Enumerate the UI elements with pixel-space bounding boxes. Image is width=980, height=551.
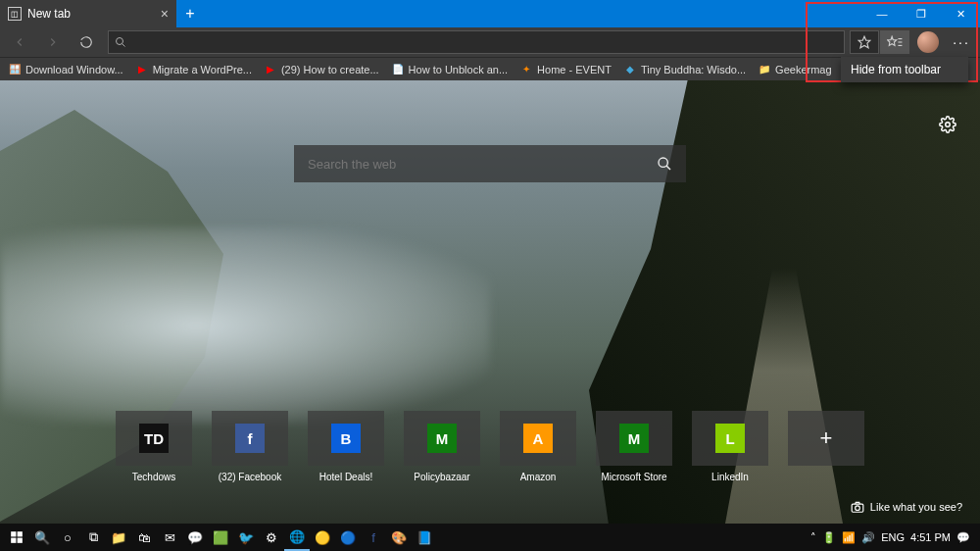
search-icon [115,36,126,48]
app-icon[interactable]: 💬 [182,524,208,551]
clock[interactable]: 4:51 PM [910,531,951,543]
bookmark-favicon: 🪟 [8,63,22,76]
minimize-button[interactable]: — [862,0,902,27]
bookmark-label: Home - EVENT [537,64,612,75]
tile-label: Techdows [132,472,175,482]
page-settings-button[interactable] [939,116,956,133]
bookmark-item[interactable]: 🪟Download Window... [8,63,123,76]
favorites-list-button[interactable] [880,30,909,54]
bookmark-item[interactable]: 📄How to Unblock an... [391,63,509,76]
mail-icon[interactable]: ✉ [157,524,182,551]
svg-rect-15 [18,538,23,543]
refresh-button[interactable] [71,29,102,55]
more-menu-button[interactable]: ··· [947,34,976,50]
svg-point-0 [117,38,123,45]
svg-point-8 [659,158,667,167]
bookmark-favicon: ◆ [623,63,637,76]
bookmark-label: Geekermag [775,64,831,75]
tile-label: Hotel Deals! [319,472,372,482]
new-tab-page: TDTechdowsf(32) FacebookBHotel Deals!MPo… [0,80,980,524]
bookmark-favicon: ▶ [264,63,277,76]
quick-link-tile[interactable]: MPolicybazaar [400,411,484,482]
back-button[interactable] [4,29,35,55]
taskbar: 🔍 ○ ⧉ 📁 🛍 ✉ 💬 🟩 🐦 ⚙ 🌐 🟡 🔵 f 🎨 📘 ˄ 🔋 📶 🔊 … [0,524,980,551]
bookmark-item[interactable]: ✦Home - EVENT [519,63,612,76]
context-menu-item-hide[interactable]: Hide from toolbar [841,57,968,82]
action-center-icon[interactable]: 💬 [956,531,970,544]
camera-icon [851,500,864,514]
bookmark-favicon: ✦ [519,63,533,76]
bookmark-label: Download Window... [25,64,123,75]
quick-links: TDTechdowsf(32) FacebookBHotel Deals!MPo… [112,411,868,482]
search-taskbar-icon[interactable]: 🔍 [29,524,55,551]
svg-rect-12 [11,531,16,536]
start-button[interactable] [4,524,29,551]
bookmark-label: How to Unblock an... [409,64,509,75]
context-menu: Hide from toolbar [841,57,968,82]
cortana-icon[interactable]: ○ [55,524,80,551]
bookmark-item[interactable]: ▶(29) How to create... [264,63,379,76]
maximize-button[interactable]: ❐ [902,0,941,27]
tile-label: Amazon [520,472,557,482]
like-label: Like what you see? [870,501,962,513]
facebook-icon[interactable]: f [361,524,386,551]
settings-icon[interactable]: ⚙ [259,524,284,551]
tab-title: New tab [27,7,71,21]
battery-icon[interactable]: 🔋 [822,531,836,544]
quick-link-tile[interactable]: BHotel Deals! [304,411,388,482]
chrome-icon[interactable]: 🟡 [310,524,335,551]
add-favorite-button[interactable] [850,30,879,54]
forward-button[interactable] [37,29,69,55]
search-icon[interactable] [657,156,672,172]
quick-link-tile[interactable]: AAmazon [496,411,580,482]
like-what-you-see[interactable]: Like what you see? [851,500,962,514]
bookmark-favicon: 📄 [391,63,405,76]
quick-link-tile[interactable]: f(32) Facebook [208,411,292,482]
quick-link-tile[interactable]: TDTechdows [112,411,196,482]
volume-icon[interactable]: 🔊 [861,531,875,544]
toolbar: ··· [0,27,980,57]
quick-link-tile[interactable]: MMicrosoft Store [592,411,676,482]
app-icon[interactable]: 📘 [412,524,437,551]
system-tray: ˄ 🔋 📶 🔊 ENG 4:51 PM 💬 [810,531,976,544]
svg-point-11 [855,506,859,511]
web-search-box[interactable] [294,145,686,182]
profile-avatar[interactable] [917,31,939,53]
bookmark-item[interactable]: 📁Geekermag [758,63,831,76]
wifi-icon[interactable]: 📶 [842,531,856,544]
paint-icon[interactable]: 🎨 [386,524,412,551]
tile-label: Policybazaar [414,472,469,482]
language-indicator[interactable]: ENG [881,531,905,543]
bookmark-favicon: 📁 [758,63,771,76]
new-tab-button[interactable]: + [176,5,204,23]
tab-icon: ◫ [8,7,22,21]
edge-icon[interactable]: 🌐 [284,524,310,551]
task-view-icon[interactable]: ⧉ [80,524,106,551]
browser-tab[interactable]: ◫ New tab × [0,0,176,27]
close-window-button[interactable]: ✕ [941,0,980,27]
tray-chevron-icon[interactable]: ˄ [810,531,816,544]
window-controls: — ❐ ✕ [862,0,980,27]
bookmark-item[interactable]: ◆Tiny Buddha: Wisdo... [623,63,746,76]
bookmark-label: Migrate a WordPre... [153,64,252,75]
add-quick-link-button[interactable]: + [784,411,868,482]
bookmark-label: Tiny Buddha: Wisdo... [641,64,746,75]
web-search-input[interactable] [308,157,657,172]
app-icon[interactable]: 🟩 [208,524,233,551]
svg-marker-3 [888,36,897,45]
bookmark-item[interactable]: ▶Migrate a WordPre... [135,63,252,76]
quick-link-tile[interactable]: LLinkedIn [688,411,772,482]
app-icon[interactable]: 🐦 [233,524,259,551]
svg-line-9 [666,166,670,170]
file-explorer-icon[interactable]: 📁 [106,524,131,551]
address-bar[interactable] [108,30,845,54]
close-tab-icon[interactable]: × [161,6,169,22]
store-icon[interactable]: 🛍 [131,524,157,551]
svg-line-1 [122,44,125,47]
bookmarks-bar: 🪟Download Window...▶Migrate a WordPre...… [0,57,980,80]
bookmark-label: (29) How to create... [281,64,379,75]
bg-clouds [0,227,490,424]
edge-dev-icon[interactable]: 🔵 [335,524,361,551]
svg-rect-13 [18,531,23,536]
svg-point-7 [946,123,951,127]
